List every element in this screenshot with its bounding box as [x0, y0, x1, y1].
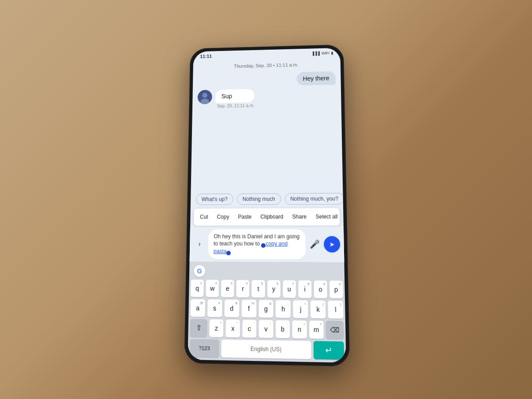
keyboard-row-4: ?123 English (US) ↵: [190, 339, 344, 360]
toolbar-paste[interactable]: Paste: [234, 212, 256, 222]
key-a[interactable]: @a: [190, 299, 205, 317]
chat-timestamp: Thursday, Sep. 20 • 11:11 a.m.: [193, 61, 340, 70]
received-bubble-group: Sup Sep. 20, 11:11 a.m.: [215, 89, 254, 109]
phone-wrapper: 11:11 ▐▐▐ WiFi ▮ Thursday, Sep. 20 • 11:…: [184, 44, 350, 367]
key-backspace[interactable]: ⌫: [326, 321, 344, 339]
key-j[interactable]: +j: [293, 300, 308, 318]
key-n[interactable]: !n: [292, 321, 307, 339]
context-toolbar: Cut Copy Paste Clipboard Share: [194, 208, 340, 226]
mic-button[interactable]: 🎤: [308, 238, 321, 250]
keyboard-top-row: G: [191, 263, 343, 281]
key-y[interactable]: 6y: [267, 280, 281, 298]
google-g-logo: G: [194, 265, 205, 277]
toolbar-clipboard[interactable]: Clipboard: [256, 212, 288, 222]
keyboard-row-2: @a #s $d %f &g -h +j (k )l: [190, 299, 343, 319]
key-l[interactable]: )l: [328, 301, 344, 319]
key-x[interactable]: "x: [226, 320, 240, 338]
toolbar-select-all[interactable]: Select all: [311, 212, 342, 222]
message-time: Sep. 20, 11:11 a.m.: [217, 103, 254, 109]
key-f[interactable]: %f: [241, 300, 256, 317]
status-icons: ▐▐▐ WiFi ▮: [312, 51, 333, 56]
key-g[interactable]: &g: [258, 300, 274, 317]
status-time: 11:11: [200, 54, 212, 59]
key-symbols[interactable]: ?123: [190, 339, 219, 357]
keyboard-row-3: ⇧ *z "x 'c :v ;b !n ?m ⌫: [190, 319, 344, 339]
toolbar-cut[interactable]: Cut: [196, 212, 212, 222]
key-s[interactable]: #s: [207, 299, 222, 317]
phone-screen: 11:11 ▐▐▐ WiFi ▮ Thursday, Sep. 20 • 11:…: [188, 48, 346, 363]
key-shift[interactable]: ⇧: [190, 319, 207, 337]
key-i[interactable]: 8i: [298, 280, 311, 298]
key-z[interactable]: *z: [209, 319, 223, 337]
send-sms-button[interactable]: ➤: [324, 236, 340, 252]
toolbar-more-button[interactable]: ⋮: [342, 211, 344, 223]
smart-reply-1[interactable]: Nothing much: [237, 193, 281, 205]
signal-icon: ▐▐▐: [312, 51, 320, 56]
key-w[interactable]: 2w: [206, 280, 219, 297]
wifi-icon: WiFi: [321, 51, 329, 55]
message-received-sup: Sup: [215, 89, 254, 103]
selection-handle-left: [261, 243, 266, 248]
smart-reply-0[interactable]: What's up?: [196, 193, 234, 205]
key-t[interactable]: 5t: [252, 280, 265, 298]
message-sent-hey-there: Hey there: [297, 71, 336, 86]
selection-handle-right: [227, 251, 231, 255]
key-o[interactable]: 9o: [313, 281, 327, 298]
keyboard: G 1q 2w 3e 4r 5t 6y 7u 8i 9o 0p @a: [188, 262, 346, 363]
message-sent-text: Hey there: [303, 75, 329, 82]
expand-button[interactable]: ›: [193, 238, 206, 250]
key-d[interactable]: $d: [224, 300, 239, 317]
key-c[interactable]: 'c: [242, 320, 256, 338]
contact-avatar: [198, 90, 212, 105]
key-enter[interactable]: ↵: [313, 341, 344, 360]
smart-reply-2[interactable]: Nothing much, you?: [285, 193, 343, 205]
message-received-row: Sup Sep. 20, 11:11 a.m.: [197, 87, 336, 109]
key-p[interactable]: 0p: [329, 281, 343, 298]
key-e[interactable]: 3e: [221, 280, 235, 297]
keyboard-row-1: 1q 2w 3e 4r 5t 6y 7u 8i 9o 0p: [191, 280, 343, 298]
key-h[interactable]: -h: [276, 300, 291, 318]
key-r[interactable]: 4r: [236, 280, 250, 297]
message-input[interactable]: Oh hey this is Daniel and I am going to …: [208, 229, 305, 259]
key-m[interactable]: ?m: [309, 321, 324, 339]
key-k[interactable]: (k: [310, 301, 326, 319]
smart-replies-row: What's up? Nothing much Nothing much, yo…: [191, 190, 343, 207]
messages-container: Hey there Sup: [191, 71, 343, 191]
battery-icon: ▮: [331, 51, 333, 55]
key-b[interactable]: ;b: [275, 320, 290, 338]
input-row: › Oh hey this is Daniel and I am going t…: [190, 227, 344, 262]
chat-area: Thursday, Sep. 20 • 11:11 a.m. Hey there: [190, 58, 344, 262]
toolbar-share[interactable]: Share: [288, 212, 311, 222]
key-v[interactable]: :v: [259, 320, 273, 338]
toolbar-copy[interactable]: Copy: [212, 212, 234, 222]
key-u[interactable]: 7u: [282, 280, 296, 298]
phone-device: 11:11 ▐▐▐ WiFi ▮ Thursday, Sep. 20 • 11:…: [184, 44, 350, 367]
key-q[interactable]: 1q: [191, 280, 204, 297]
message-received-text: Sup: [221, 93, 232, 100]
key-space[interactable]: English (US): [221, 340, 311, 359]
